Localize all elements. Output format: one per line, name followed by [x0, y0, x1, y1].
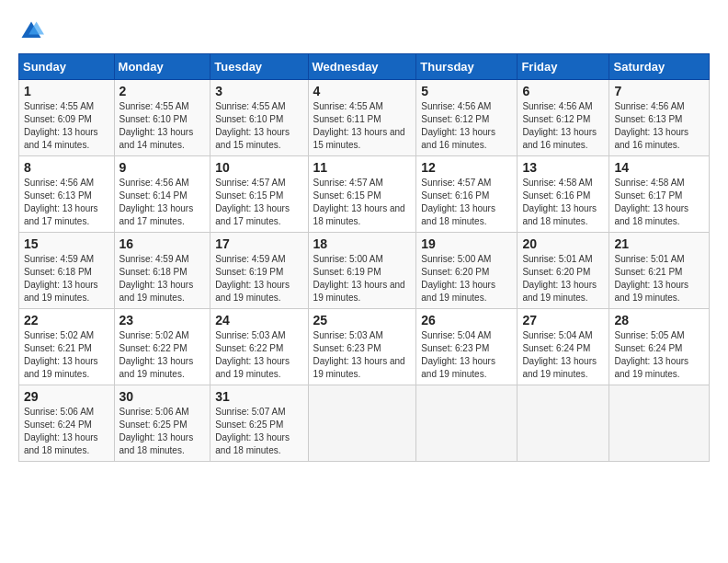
day-number: 21	[614, 236, 704, 251]
calendar-week-4: 22Sunrise: 5:02 AMSunset: 6:21 PMDayligh…	[19, 309, 710, 385]
calendar-cell: 19Sunrise: 5:00 AMSunset: 6:20 PMDayligh…	[416, 233, 518, 309]
day-detail: Sunrise: 5:01 AMSunset: 6:20 PMDaylight:…	[522, 254, 597, 303]
calendar-cell: 22Sunrise: 5:02 AMSunset: 6:21 PMDayligh…	[19, 309, 115, 385]
calendar-week-2: 8Sunrise: 4:56 AMSunset: 6:13 PMDaylight…	[19, 156, 710, 233]
day-detail: Sunrise: 5:03 AMSunset: 6:23 PMDaylight:…	[313, 330, 405, 379]
day-detail: Sunrise: 4:56 AMSunset: 6:13 PMDaylight:…	[24, 178, 98, 226]
day-detail: Sunrise: 5:02 AMSunset: 6:22 PMDaylight:…	[119, 330, 194, 379]
day-detail: Sunrise: 5:00 AMSunset: 6:20 PMDaylight:…	[421, 254, 495, 303]
day-number: 11	[313, 160, 412, 175]
day-detail: Sunrise: 5:05 AMSunset: 6:24 PMDaylight:…	[614, 330, 688, 379]
day-number: 28	[614, 313, 704, 327]
col-header-sunday: Sunday	[19, 54, 115, 80]
calendar-cell: 25Sunrise: 5:03 AMSunset: 6:23 PMDayligh…	[308, 309, 416, 385]
day-detail: Sunrise: 4:56 AMSunset: 6:12 PMDaylight:…	[522, 101, 597, 150]
day-number: 3	[215, 84, 302, 98]
day-detail: Sunrise: 4:59 AMSunset: 6:19 PMDaylight:…	[215, 254, 290, 303]
day-detail: Sunrise: 5:06 AMSunset: 6:24 PMDaylight:…	[24, 407, 98, 455]
calendar-cell: 23Sunrise: 5:02 AMSunset: 6:22 PMDayligh…	[114, 309, 210, 385]
calendar-cell: 27Sunrise: 5:04 AMSunset: 6:24 PMDayligh…	[518, 309, 609, 385]
logo-icon	[18, 18, 44, 44]
day-number: 29	[24, 389, 109, 404]
col-header-saturday: Saturday	[609, 54, 710, 80]
day-detail: Sunrise: 5:04 AMSunset: 6:23 PMDaylight:…	[421, 330, 495, 379]
calendar-cell: 20Sunrise: 5:01 AMSunset: 6:20 PMDayligh…	[518, 233, 609, 309]
col-header-tuesday: Tuesday	[210, 54, 308, 80]
calendar-table: SundayMondayTuesdayWednesdayThursdayFrid…	[18, 53, 710, 462]
day-number: 18	[313, 236, 412, 251]
calendar-week-3: 15Sunrise: 4:59 AMSunset: 6:18 PMDayligh…	[19, 233, 710, 309]
day-number: 17	[215, 236, 302, 251]
day-detail: Sunrise: 4:57 AMSunset: 6:15 PMDaylight:…	[215, 178, 290, 226]
calendar-cell: 16Sunrise: 4:59 AMSunset: 6:18 PMDayligh…	[114, 233, 210, 309]
day-detail: Sunrise: 4:55 AMSunset: 6:10 PMDaylight:…	[215, 101, 290, 150]
calendar-cell: 11Sunrise: 4:57 AMSunset: 6:15 PMDayligh…	[308, 156, 416, 233]
page-header	[18, 18, 710, 44]
calendar-cell: 12Sunrise: 4:57 AMSunset: 6:16 PMDayligh…	[416, 156, 518, 233]
day-detail: Sunrise: 4:56 AMSunset: 6:12 PMDaylight:…	[421, 101, 495, 150]
day-detail: Sunrise: 4:59 AMSunset: 6:18 PMDaylight:…	[24, 254, 98, 303]
calendar-cell: 10Sunrise: 4:57 AMSunset: 6:15 PMDayligh…	[210, 156, 308, 233]
day-number: 10	[215, 160, 302, 175]
calendar-cell: 2Sunrise: 4:55 AMSunset: 6:10 PMDaylight…	[114, 80, 210, 156]
col-header-friday: Friday	[518, 54, 609, 80]
day-number: 16	[119, 236, 206, 251]
calendar-cell: 14Sunrise: 4:58 AMSunset: 6:17 PMDayligh…	[609, 156, 710, 233]
calendar-cell: 4Sunrise: 4:55 AMSunset: 6:11 PMDaylight…	[308, 80, 416, 156]
calendar-cell: 8Sunrise: 4:56 AMSunset: 6:13 PMDaylight…	[19, 156, 115, 233]
calendar-cell	[416, 385, 518, 462]
day-number: 5	[421, 84, 512, 98]
calendar-cell	[308, 385, 416, 462]
day-detail: Sunrise: 4:57 AMSunset: 6:15 PMDaylight:…	[313, 178, 405, 226]
day-number: 9	[119, 160, 206, 175]
day-number: 8	[24, 160, 109, 175]
day-number: 2	[119, 84, 206, 98]
day-detail: Sunrise: 4:58 AMSunset: 6:17 PMDaylight:…	[614, 178, 688, 226]
calendar-cell: 24Sunrise: 5:03 AMSunset: 6:22 PMDayligh…	[210, 309, 308, 385]
calendar-week-5: 29Sunrise: 5:06 AMSunset: 6:24 PMDayligh…	[19, 385, 710, 462]
calendar-cell	[609, 385, 710, 462]
day-number: 26	[421, 313, 512, 327]
calendar-cell	[518, 385, 609, 462]
calendar-cell: 9Sunrise: 4:56 AMSunset: 6:14 PMDaylight…	[114, 156, 210, 233]
day-detail: Sunrise: 5:00 AMSunset: 6:19 PMDaylight:…	[313, 254, 405, 303]
day-detail: Sunrise: 4:56 AMSunset: 6:13 PMDaylight:…	[614, 101, 688, 150]
day-detail: Sunrise: 5:07 AMSunset: 6:25 PMDaylight:…	[215, 407, 290, 455]
day-detail: Sunrise: 5:01 AMSunset: 6:21 PMDaylight:…	[614, 254, 688, 303]
calendar-cell: 1Sunrise: 4:55 AMSunset: 6:09 PMDaylight…	[19, 80, 115, 156]
calendar-cell: 3Sunrise: 4:55 AMSunset: 6:10 PMDaylight…	[210, 80, 308, 156]
day-number: 7	[614, 84, 704, 98]
logo	[18, 18, 48, 44]
calendar-cell: 26Sunrise: 5:04 AMSunset: 6:23 PMDayligh…	[416, 309, 518, 385]
day-number: 20	[522, 236, 604, 251]
day-number: 22	[24, 313, 109, 327]
day-number: 30	[119, 389, 206, 404]
day-number: 19	[421, 236, 512, 251]
calendar-cell: 21Sunrise: 5:01 AMSunset: 6:21 PMDayligh…	[609, 233, 710, 309]
day-number: 23	[119, 313, 206, 327]
calendar-cell: 6Sunrise: 4:56 AMSunset: 6:12 PMDaylight…	[518, 80, 609, 156]
day-number: 24	[215, 313, 302, 327]
day-detail: Sunrise: 5:04 AMSunset: 6:24 PMDaylight:…	[522, 330, 597, 379]
day-detail: Sunrise: 4:56 AMSunset: 6:14 PMDaylight:…	[119, 178, 194, 226]
day-detail: Sunrise: 4:58 AMSunset: 6:16 PMDaylight:…	[522, 178, 597, 226]
calendar-cell: 13Sunrise: 4:58 AMSunset: 6:16 PMDayligh…	[518, 156, 609, 233]
day-number: 6	[522, 84, 604, 98]
day-number: 4	[313, 84, 412, 98]
day-detail: Sunrise: 5:06 AMSunset: 6:25 PMDaylight:…	[119, 407, 194, 455]
day-number: 14	[614, 160, 704, 175]
calendar-cell: 7Sunrise: 4:56 AMSunset: 6:13 PMDaylight…	[609, 80, 710, 156]
calendar-cell: 30Sunrise: 5:06 AMSunset: 6:25 PMDayligh…	[114, 385, 210, 462]
calendar-header-row: SundayMondayTuesdayWednesdayThursdayFrid…	[19, 54, 710, 80]
calendar-cell: 29Sunrise: 5:06 AMSunset: 6:24 PMDayligh…	[19, 385, 115, 462]
calendar-cell: 31Sunrise: 5:07 AMSunset: 6:25 PMDayligh…	[210, 385, 308, 462]
day-number: 1	[24, 84, 109, 98]
col-header-thursday: Thursday	[416, 54, 518, 80]
calendar-cell: 28Sunrise: 5:05 AMSunset: 6:24 PMDayligh…	[609, 309, 710, 385]
day-number: 12	[421, 160, 512, 175]
calendar-cell: 5Sunrise: 4:56 AMSunset: 6:12 PMDaylight…	[416, 80, 518, 156]
day-number: 27	[522, 313, 604, 327]
day-number: 31	[215, 389, 302, 404]
day-number: 25	[313, 313, 412, 327]
day-number: 13	[522, 160, 604, 175]
